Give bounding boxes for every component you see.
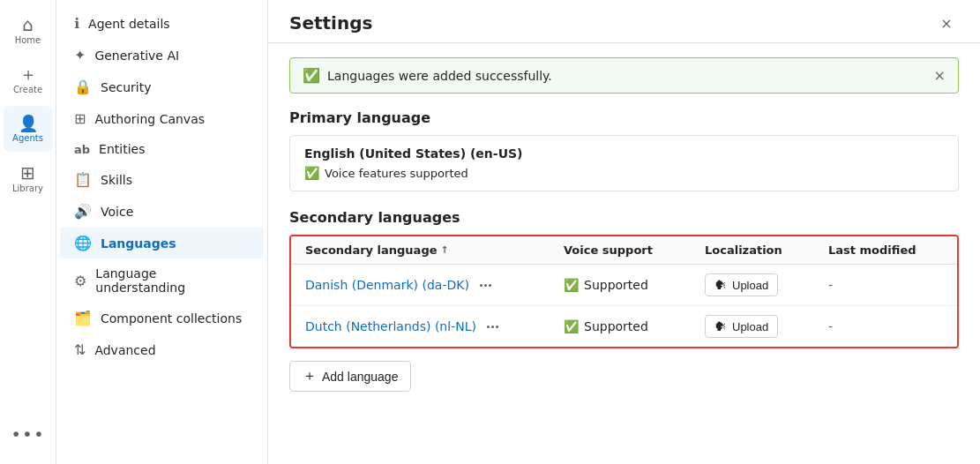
sidebar-item-advanced[interactable]: ⇅ Advanced [60, 334, 264, 365]
nav-item-home[interactable]: ⌂ Home [4, 7, 53, 53]
sidebar-label-languages: Languages [101, 236, 176, 251]
sidebar-item-skills[interactable]: 📋 Skills [60, 164, 264, 195]
last-modified-cell-nl-NL: - [828, 319, 943, 333]
sidebar-label-advanced: Advanced [94, 343, 155, 357]
ellipsis-dot [496, 326, 498, 328]
localization-cell-da-DK: 🗣 Upload [705, 273, 828, 296]
ellipsis-dot [491, 326, 494, 328]
nav-bar: ⌂ Home ＋ Create 👤 Agents ⊞ Library ••• [0, 0, 56, 464]
lang-cell-danish: Danish (Denmark) (da-DK) [305, 278, 564, 292]
voice-support-cell-nl-NL: ✅ Supported [564, 319, 705, 333]
sidebar-item-voice[interactable]: 🔊 Voice [60, 196, 264, 227]
nav-label-home: Home [15, 35, 41, 45]
ellipsis-button-da-DK[interactable] [476, 282, 495, 288]
sidebar-label-security: Security [101, 80, 152, 94]
sidebar: ℹ️ Agent details ✦ Generative AI 🔒 Secur… [56, 0, 268, 464]
plus-icon: ＋ [303, 367, 317, 385]
sidebar-item-language-understanding[interactable]: ⚙️ Language understanding [60, 259, 264, 302]
supported-text-nl-NL: Supported [584, 319, 648, 333]
home-icon: ⌂ [22, 16, 34, 34]
lang-cell-dutch: Dutch (Netherlands) (nl-NL) [305, 319, 564, 333]
banner-left: ✅ Languages were added successfully. [303, 67, 552, 84]
more-icon: ••• [11, 425, 44, 443]
entities-icon: ab [74, 143, 90, 156]
nav-item-agents[interactable]: 👤 Agents [4, 106, 53, 152]
primary-language-name: English (United States) (en-US) [304, 146, 944, 161]
security-icon: 🔒 [74, 79, 92, 95]
sidebar-item-entities[interactable]: ab Entities [60, 135, 264, 163]
ellipsis-dot [480, 284, 483, 287]
sort-icon: ↑ [441, 244, 449, 256]
ellipsis-dot [487, 326, 490, 328]
success-banner: ✅ Languages were added successfully. × [289, 57, 959, 94]
add-language-button[interactable]: ＋ Add language [289, 361, 411, 392]
nav-item-more[interactable]: ••• [4, 411, 53, 457]
upload-button-da-DK[interactable]: 🗣 Upload [705, 273, 778, 296]
sidebar-item-authoring-canvas[interactable]: ⊞ Authoring Canvas [60, 103, 264, 134]
content-area: ✅ Languages were added successfully. × P… [268, 43, 980, 464]
sidebar-item-generative-ai[interactable]: ✦ Generative AI [60, 40, 264, 71]
agents-icon: 👤 [19, 116, 38, 131]
nav-label-agents: Agents [12, 133, 43, 143]
sidebar-item-security[interactable]: 🔒 Security [60, 71, 264, 102]
sidebar-item-languages[interactable]: 🌐 Languages [60, 228, 264, 258]
supported-icon-da-DK: ✅ [564, 278, 579, 292]
nav-item-library[interactable]: ⊞ Library [4, 155, 53, 201]
agent-details-icon: ℹ️ [74, 15, 79, 32]
upload-label-nl-NL: Upload [732, 320, 768, 333]
sidebar-label-generative-ai: Generative AI [94, 49, 179, 63]
sidebar-item-agent-details[interactable]: ℹ️ Agent details [60, 8, 264, 39]
main-content: Settings × ✅ Languages were added succes… [268, 0, 980, 464]
advanced-icon: ⇅ [74, 341, 86, 358]
col-language-header: Secondary language ↑ [305, 243, 564, 257]
check-circle-icon: ✅ [304, 166, 319, 180]
upload-icon-nl-NL: 🗣 [714, 319, 727, 333]
library-icon: ⊞ [20, 164, 35, 182]
banner-text: Languages were added successfully. [327, 69, 552, 83]
last-modified-cell-da-DK: - [828, 278, 943, 292]
authoring-canvas-icon: ⊞ [74, 110, 86, 127]
sidebar-label-skills: Skills [101, 173, 132, 187]
component-collections-icon: 🗂️ [74, 310, 92, 326]
language-link-da-DK[interactable]: Danish (Denmark) (da-DK) [305, 278, 469, 292]
voice-icon: 🔊 [74, 203, 92, 220]
ellipsis-button-nl-NL[interactable] [483, 324, 502, 330]
page-title: Settings [289, 12, 372, 34]
sidebar-label-voice: Voice [101, 205, 133, 219]
nav-label-library: Library [12, 183, 43, 193]
close-button[interactable]: × [934, 11, 959, 35]
upload-label-da-DK: Upload [732, 279, 768, 292]
settings-header: Settings × [268, 0, 980, 43]
ellipsis-dot [484, 284, 487, 287]
supported-text-da-DK: Supported [584, 278, 648, 292]
upload-icon-da-DK: 🗣 [714, 278, 727, 292]
ellipsis-dot [489, 284, 491, 287]
localization-cell-nl-NL: 🗣 Upload [705, 315, 828, 338]
create-icon: ＋ [19, 65, 37, 83]
add-language-label: Add language [322, 370, 398, 384]
generative-ai-icon: ✦ [74, 47, 86, 64]
table-row: Danish (Denmark) (da-DK) ✅ Supported 🗣 U… [291, 265, 957, 306]
secondary-languages-section-title: Secondary languages [289, 209, 959, 226]
upload-button-nl-NL[interactable]: 🗣 Upload [705, 315, 778, 338]
languages-icon: 🌐 [74, 235, 92, 251]
sidebar-label-agent-details: Agent details [88, 17, 170, 31]
banner-close-button[interactable]: × [934, 67, 946, 84]
voice-support-cell-da-DK: ✅ Supported [564, 278, 705, 292]
sidebar-label-entities: Entities [99, 142, 145, 156]
skills-icon: 📋 [74, 171, 92, 188]
col-localization-header: Localization [705, 243, 828, 257]
voice-supported-label: ✅ Voice features supported [304, 166, 944, 180]
nav-item-create[interactable]: ＋ Create [4, 56, 53, 102]
sidebar-item-component-collections[interactable]: 🗂️ Component collections [60, 303, 264, 333]
sidebar-label-authoring-canvas: Authoring Canvas [94, 112, 205, 126]
primary-language-section-title: Primary language [289, 109, 959, 126]
col-last-modified-header: Last modified [828, 243, 943, 257]
nav-label-create: Create [13, 85, 42, 94]
table-row: Dutch (Netherlands) (nl-NL) ✅ Supported … [291, 306, 957, 347]
language-link-nl-NL[interactable]: Dutch (Netherlands) (nl-NL) [305, 319, 476, 333]
secondary-languages-table: Secondary language ↑ Voice support Local… [289, 235, 959, 348]
sidebar-label-component-collections: Component collections [101, 311, 242, 326]
sidebar-label-language-understanding: Language understanding [95, 266, 250, 295]
primary-language-box: English (United States) (en-US) ✅ Voice … [289, 135, 959, 191]
